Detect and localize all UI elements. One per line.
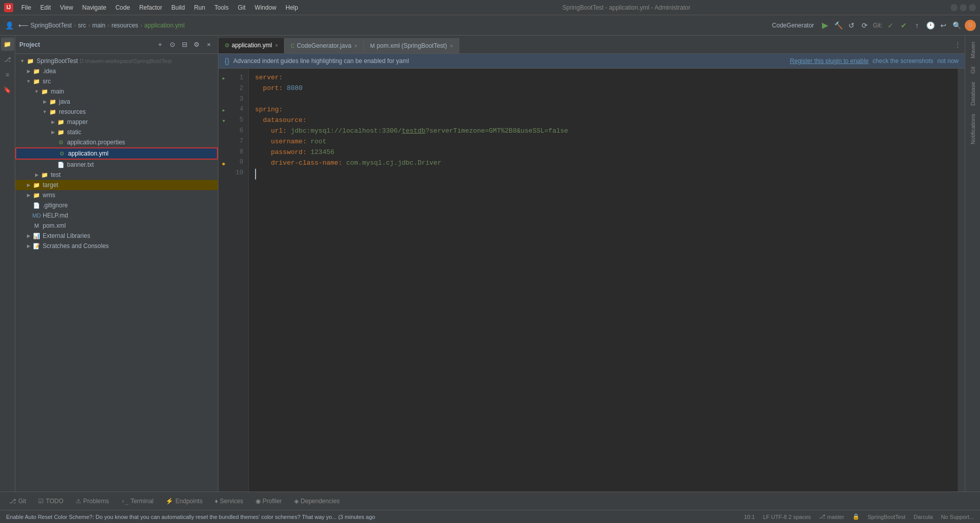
tree-static[interactable]: ▶ 📁 static xyxy=(15,127,218,137)
breadcrumb-src[interactable]: src xyxy=(78,22,86,29)
git-check-icon[interactable]: ✓ xyxy=(886,20,896,30)
notifications-panel-button[interactable]: Notifications xyxy=(968,110,978,148)
bottom-tab-git[interactable]: ⎇ Git xyxy=(4,496,31,506)
menu-file[interactable]: File xyxy=(17,3,35,13)
bookmarks-icon[interactable]: 🔖 xyxy=(1,83,14,97)
status-lock[interactable]: 🔒 xyxy=(850,512,862,521)
refresh-icon[interactable]: ⟳ xyxy=(860,20,870,30)
bottom-tab-todo[interactable]: ☑ TODO xyxy=(33,496,68,506)
avatar-icon[interactable]: 👤 xyxy=(4,20,14,30)
git-checkmark-icon[interactable]: ✔ xyxy=(899,20,909,30)
tree-wms[interactable]: ▶ 📁 wms xyxy=(15,190,218,200)
tree-scratches[interactable]: ▶ 📝 Scratches and Consoles xyxy=(15,241,218,251)
bottom-tab-terminal[interactable]: ›_ Terminal xyxy=(116,496,159,506)
tree-pom[interactable]: ▶ M pom.xml xyxy=(15,221,218,231)
menu-help[interactable]: Help xyxy=(281,3,302,13)
bottom-tab-problems[interactable]: ⚠ Problems xyxy=(71,496,114,506)
maven-panel-button[interactable]: Maven xyxy=(968,38,978,63)
tree-target[interactable]: ▶ 📁 target xyxy=(15,180,218,190)
maximize-button[interactable]: □ xyxy=(960,4,967,11)
tree-app-yml[interactable]: ▶ ⚙ application.yml xyxy=(15,147,218,160)
git-push-icon[interactable]: ↑ xyxy=(912,20,922,30)
back-icon[interactable]: ⟵ xyxy=(18,20,28,30)
tree-src[interactable]: ▼ 📁 src xyxy=(15,76,218,86)
tab-yml-close[interactable]: × xyxy=(275,43,278,48)
git-history-icon[interactable]: 🕐 xyxy=(925,20,935,30)
fold-arrow-4[interactable]: ▸ xyxy=(223,107,225,113)
add-file-icon[interactable]: + xyxy=(155,40,165,50)
tree-resources[interactable]: ▼ 📁 resources xyxy=(15,107,218,117)
menu-edit[interactable]: Edit xyxy=(36,3,55,13)
tree-mapper[interactable]: ▶ 📁 mapper xyxy=(15,117,218,127)
bottom-tab-dependencies[interactable]: ◈ Dependencies xyxy=(289,496,345,506)
tab-menu-button[interactable]: ⋮ xyxy=(951,41,965,48)
menu-bar[interactable]: File Edit View Navigate Code Refactor Bu… xyxy=(17,3,302,13)
breadcrumb-project[interactable]: SpringBootTest xyxy=(30,22,72,29)
structure-icon[interactable]: ≡ xyxy=(1,68,14,81)
tree-banner[interactable]: ▶ 📄 banner.txt xyxy=(15,160,218,170)
project-header-icons[interactable]: + ⊙ ⊟ ⚙ × xyxy=(155,40,214,50)
profile-icon[interactable]: U xyxy=(965,20,976,31)
menu-run[interactable]: Run xyxy=(190,3,209,13)
menu-window[interactable]: Window xyxy=(250,3,280,13)
status-project[interactable]: SpringBootTest xyxy=(866,513,908,521)
status-encoding[interactable]: LF UTF-8 2 spaces xyxy=(761,513,813,521)
status-support[interactable]: No Support... xyxy=(939,513,976,521)
git-panel-button[interactable]: Git xyxy=(968,63,978,78)
breadcrumb-file[interactable]: application.yml xyxy=(144,22,184,29)
database-panel-button[interactable]: Database xyxy=(968,78,978,110)
tab-java-close[interactable]: × xyxy=(355,43,358,49)
menu-view[interactable]: View xyxy=(56,3,77,13)
editor-scrollbar[interactable] xyxy=(958,69,965,491)
bottom-tab-services[interactable]: ♦ Services xyxy=(210,496,248,506)
status-position[interactable]: 10:1 xyxy=(742,513,756,521)
build-icon[interactable]: 🔨 xyxy=(833,20,843,30)
minimize-button[interactable]: − xyxy=(951,4,958,11)
tree-gitignore[interactable]: ▶ 📄 .gitignore xyxy=(15,200,218,210)
breadcrumb-main[interactable]: main xyxy=(92,22,105,29)
tab-pom[interactable]: M pom.xml (SpringBootTest) × xyxy=(364,38,459,53)
menu-build[interactable]: Build xyxy=(167,3,189,13)
project-icon[interactable]: 📁 xyxy=(1,38,14,51)
not-now-button[interactable]: not now xyxy=(937,57,959,65)
tree-idea[interactable]: ▶ 📁 .idea xyxy=(15,66,218,76)
status-git-branch[interactable]: ⎇ master xyxy=(817,512,846,521)
menu-code[interactable]: Code xyxy=(111,3,134,13)
warning-icon-9[interactable]: ● xyxy=(222,160,225,167)
breadcrumb-resources[interactable]: resources xyxy=(111,22,138,29)
tree-test[interactable]: ▶ 📁 test xyxy=(15,170,218,180)
status-notification[interactable]: Enable Auto Reset Color Scheme?: Do you … xyxy=(4,513,738,521)
register-link[interactable]: Register this plugin to enable xyxy=(790,57,869,65)
tab-codegenerator[interactable]: C CodeGenerator.java × xyxy=(284,38,364,53)
scroll-to-icon[interactable]: ⊙ xyxy=(167,40,177,50)
bottom-tab-endpoints[interactable]: ⚡ Endpoints xyxy=(161,496,207,506)
close-button[interactable]: × xyxy=(969,4,976,11)
menu-tools[interactable]: Tools xyxy=(210,3,233,13)
menu-navigate[interactable]: Navigate xyxy=(78,3,110,13)
screenshots-link[interactable]: check the screenshots xyxy=(873,57,933,65)
run-config[interactable]: CodeGenerator xyxy=(769,20,817,30)
close-panel-icon[interactable]: × xyxy=(204,40,214,50)
reload-icon[interactable]: ↺ xyxy=(846,20,857,30)
menu-refactor[interactable]: Refactor xyxy=(135,3,166,13)
tree-main[interactable]: ▼ 📁 main xyxy=(15,86,218,97)
tree-java[interactable]: ▶ 📁 java xyxy=(15,97,218,107)
commit-icon[interactable]: ⎇ xyxy=(1,53,14,66)
code-editor[interactable]: server: port: 8080 spring: datasource: u… xyxy=(249,69,958,491)
run-button[interactable]: ▶ xyxy=(820,20,830,30)
git-undo-icon[interactable]: ↩ xyxy=(938,20,949,30)
tree-external-libs[interactable]: ▶ 📊 External Libraries xyxy=(15,231,218,241)
tab-application-yml[interactable]: ⚙ application.yml × xyxy=(218,38,284,53)
collapse-icon[interactable]: ⊟ xyxy=(179,40,189,50)
menu-git[interactable]: Git xyxy=(234,3,249,13)
tab-pom-close[interactable]: × xyxy=(450,43,453,49)
bottom-tab-profiler[interactable]: ◉ Profiler xyxy=(250,496,287,506)
tree-help[interactable]: ▶ MD HELP.md xyxy=(15,210,218,221)
tree-root[interactable]: ▼ 📁 SpringBootTest D:\maven-workspace\Sp… xyxy=(15,56,218,66)
window-controls[interactable]: − □ × xyxy=(951,4,976,11)
fold-arrow-1[interactable]: ▸ xyxy=(223,75,225,81)
fold-arrow-5[interactable]: ▾ xyxy=(223,118,225,124)
status-theme[interactable]: Darcula xyxy=(911,513,935,521)
tree-app-prop[interactable]: ▶ ⚙ application.properties xyxy=(15,137,218,147)
search-icon[interactable]: 🔍 xyxy=(952,20,962,30)
